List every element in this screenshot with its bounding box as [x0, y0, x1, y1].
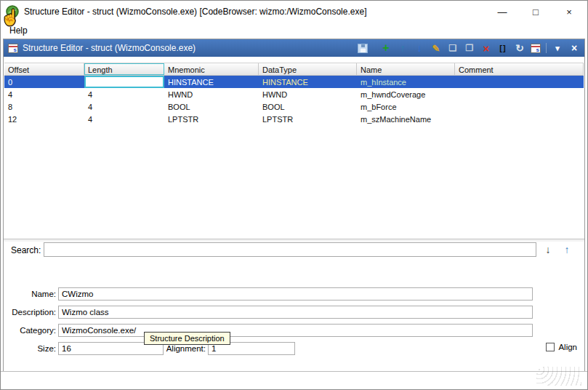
align-option: Align	[546, 343, 577, 351]
cell-offset[interactable]: 4	[4, 88, 84, 100]
cell-comment[interactable]	[455, 76, 584, 88]
table-header: Offset Length Mnemonic DataType Name Com…	[4, 63, 584, 76]
description-label: Description:	[4, 308, 56, 317]
cell-datatype[interactable]: LPTSTR	[259, 113, 357, 125]
cell-comment[interactable]	[455, 113, 584, 125]
cell-offset[interactable]: 0	[4, 76, 84, 88]
column-header-datatype[interactable]: DataType	[259, 63, 357, 75]
copy-icon[interactable]: ❏	[447, 41, 459, 55]
panel-toolbar: + ↑ ↓ ✎ ❏ ❐ × [] ↻ s ▾ ×	[358, 39, 580, 57]
save-icon[interactable]	[358, 44, 368, 53]
watermark	[536, 367, 581, 386]
cell-datatype[interactable]: HWND	[259, 88, 357, 100]
cell-mnemonic[interactable]: LPTSTR	[164, 113, 259, 125]
cycle-data-type-icon[interactable]: ↻	[514, 41, 525, 55]
splitter[interactable]	[4, 239, 584, 242]
maximize-button[interactable]: □	[519, 1, 552, 23]
description-field[interactable]	[58, 306, 533, 319]
create-array-icon[interactable]: []	[497, 41, 509, 55]
cell-comment[interactable]	[455, 100, 584, 113]
structure-editor-icon: s	[8, 44, 18, 53]
paste-icon[interactable]: ❐	[464, 41, 475, 55]
edit-icon[interactable]: ✎	[430, 41, 442, 55]
length-edit-field[interactable]: 4	[84, 76, 164, 88]
cell-offset[interactable]: 8	[4, 100, 84, 113]
cell-mnemonic[interactable]: BOOL	[164, 100, 259, 113]
window-titlebar: Structure Editor - struct (WizmoConsole.…	[1, 1, 587, 23]
column-header-mnemonic[interactable]: Mnemonic	[164, 63, 259, 75]
cell-datatype[interactable]: BOOL	[259, 100, 357, 113]
menu-bar: Help	[1, 23, 587, 37]
table-row[interactable]: 4 4 HWND HWND m_hwndCoverage	[4, 88, 584, 100]
cell-name[interactable]: m_hwndCoverage	[357, 88, 455, 100]
search-input[interactable]	[44, 242, 536, 257]
cell-length[interactable]: 4	[84, 113, 164, 125]
status-bar	[1, 371, 587, 389]
category-label: Category:	[4, 326, 56, 335]
name-field[interactable]	[58, 287, 533, 301]
cell-offset[interactable]: 12	[4, 113, 84, 125]
toolbar-separator	[546, 43, 547, 53]
hand-cursor-icon: ☝	[1, 9, 20, 26]
search-label: Search:	[11, 245, 41, 255]
tooltip: Structure Description	[144, 332, 230, 345]
table-row-selected[interactable]: 0 4 HINSTANCE HINSTANCE m_hInstance	[4, 76, 584, 88]
move-down-icon[interactable]: ↓	[414, 41, 425, 55]
minimize-button[interactable]: —	[486, 1, 519, 23]
move-up-icon[interactable]: ↑	[397, 41, 408, 55]
search-next-icon[interactable]: ↓	[541, 242, 555, 257]
panel-close-icon[interactable]: ×	[568, 41, 580, 55]
cell-name[interactable]: m_bForce	[357, 100, 455, 113]
cell-mnemonic[interactable]: HINSTANCE	[164, 76, 259, 88]
window-controls: — □ ×	[486, 1, 586, 23]
table-row[interactable]: 12 4 LPTSTR LPTSTR m_szMachineName	[4, 113, 584, 125]
structure-editor-panel: s Structure Editor - struct (WizmoConsol…	[3, 39, 585, 372]
name-label: Name:	[4, 290, 56, 298]
alignment-label: Alignment:	[113, 344, 206, 353]
dropdown-menu-icon[interactable]: ▾	[552, 41, 563, 55]
column-header-name[interactable]: Name	[357, 63, 455, 75]
window-title: Structure Editor - struct (WizmoConsole.…	[24, 7, 366, 17]
table-row[interactable]: 8 4 BOOL BOOL m_bForce	[4, 100, 584, 113]
column-header-offset[interactable]: Offset	[4, 63, 84, 75]
cell-comment[interactable]	[455, 88, 584, 100]
panel-title: Structure Editor - struct (WizmoConsole.…	[23, 43, 196, 53]
cell-datatype[interactable]: HINSTANCE	[259, 76, 357, 88]
align-checkbox[interactable]	[546, 343, 555, 351]
column-header-comment[interactable]: Comment	[455, 63, 584, 75]
close-button[interactable]: ×	[552, 1, 586, 23]
cell-length[interactable]: 4	[84, 100, 164, 113]
cell-mnemonic[interactable]: HWND	[164, 88, 259, 100]
align-checkbox-label: Align	[558, 343, 577, 351]
cell-length[interactable]: 4	[84, 88, 164, 100]
column-header-length[interactable]: Length	[84, 63, 164, 75]
category-field[interactable]	[58, 324, 533, 337]
cell-name[interactable]: m_hInstance	[357, 76, 455, 88]
add-component-icon[interactable]: +	[380, 41, 392, 55]
search-previous-icon[interactable]: ↑	[560, 242, 574, 257]
favorites-icon[interactable]: s	[531, 44, 541, 53]
menu-help[interactable]: Help	[7, 25, 30, 36]
size-label: Size:	[4, 344, 56, 353]
cell-name[interactable]: m_szMachineName	[357, 113, 455, 125]
panel-header: s Structure Editor - struct (WizmoConsol…	[4, 39, 584, 57]
delete-icon[interactable]: ×	[480, 41, 492, 55]
